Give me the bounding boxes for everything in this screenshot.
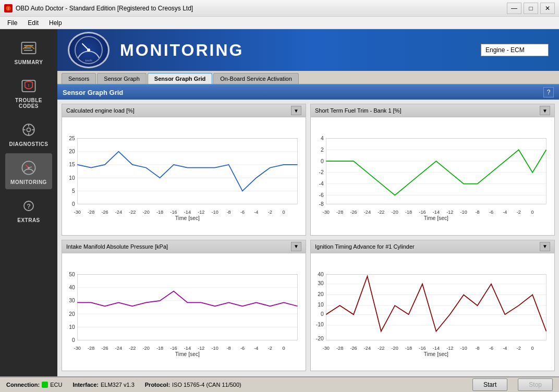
- svg-text:-6: -6: [489, 346, 493, 351]
- minimize-button[interactable]: —: [507, 3, 521, 14]
- sidebar-label-extras: EXTRAS: [17, 217, 40, 223]
- connection-value: ECU: [50, 382, 62, 388]
- svg-text:20: 20: [69, 311, 75, 316]
- svg-text:25: 25: [69, 136, 75, 141]
- svg-text:-2: -2: [517, 210, 521, 215]
- chart-1-dropdown-btn[interactable]: ▼: [291, 106, 301, 115]
- chart-1-body: 25 20 15 10 5 0: [62, 117, 306, 235]
- svg-text:-20: -20: [143, 210, 150, 215]
- main-layout: SUMMARY ! TROUBLE CODES: [0, 29, 559, 376]
- svg-point-9: [27, 128, 30, 131]
- svg-text:-4: -4: [254, 210, 258, 215]
- close-button[interactable]: ✕: [540, 3, 555, 14]
- svg-text:10: 10: [69, 175, 75, 181]
- svg-text:Time [sec]: Time [sec]: [175, 351, 200, 357]
- svg-text:-6: -6: [319, 192, 323, 198]
- svg-text:-18: -18: [156, 210, 163, 215]
- window-title: OBD Auto Doctor - Standard Edition [Regi…: [16, 5, 193, 12]
- menu-file[interactable]: File: [2, 18, 22, 28]
- menu-bar: File Edit Help: [0, 17, 559, 29]
- svg-text:-18: -18: [405, 346, 412, 351]
- sidebar-item-monitoring[interactable]: MONITORING: [5, 153, 52, 189]
- tab-sensor-graph[interactable]: Sensor Graph: [97, 73, 146, 84]
- svg-text:50: 50: [69, 271, 75, 277]
- svg-text:-30: -30: [323, 210, 330, 215]
- svg-text:-26: -26: [350, 210, 357, 215]
- svg-text:-4: -4: [503, 210, 507, 215]
- chart-4-dropdown-btn[interactable]: ▼: [540, 242, 550, 251]
- monitoring-icon: [18, 157, 39, 178]
- engine-select[interactable]: Engine - ECM: [481, 44, 549, 56]
- chart-2-dropdown-btn[interactable]: ▼: [540, 106, 550, 115]
- sidebar-item-extras[interactable]: ? EXTRAS: [5, 191, 52, 227]
- svg-text:-8: -8: [475, 346, 479, 351]
- sidebar-item-diagnostics[interactable]: DIAGNOSTICS: [5, 115, 52, 151]
- svg-text:-16: -16: [170, 346, 177, 351]
- svg-text:0: 0: [72, 337, 75, 343]
- tab-sensors[interactable]: Sensors: [62, 73, 96, 84]
- svg-text:!: !: [28, 83, 30, 88]
- tabs-bar: Sensors Sensor Graph Sensor Graph Grid O…: [57, 71, 559, 85]
- svg-text:30: 30: [318, 280, 324, 286]
- panel-header: Sensor Graph Grid ?: [57, 85, 559, 100]
- svg-text:30: 30: [69, 298, 75, 303]
- chart-2-body: 4 2 0 -2 -4 -6 -8: [311, 117, 554, 235]
- engine-dropdown-container: Engine - ECM: [481, 44, 549, 56]
- svg-text:-4: -4: [503, 346, 507, 351]
- svg-text:-22: -22: [378, 346, 384, 351]
- menu-help[interactable]: Help: [44, 18, 67, 28]
- sidebar-item-summary[interactable]: SUMMARY: [5, 33, 52, 69]
- svg-text:-8: -8: [475, 210, 479, 215]
- chart-4-sensor-label: Ignition Timing Advance for #1 Cylinder: [315, 243, 415, 250]
- svg-text:-8: -8: [226, 210, 230, 215]
- svg-text:-28: -28: [336, 346, 343, 351]
- chart-1-container: Calculated engine load [%] ▼ 25 20 15 10…: [62, 104, 306, 236]
- svg-text:0: 0: [531, 346, 534, 351]
- chart-2-header: Short Term Fuel Trim - Bank 1 [%] ▼: [311, 104, 554, 117]
- help-button[interactable]: ?: [543, 87, 554, 97]
- svg-text:-26: -26: [101, 210, 108, 215]
- content-area: km/h MONITORING Engine - ECM Sensors Sen…: [57, 29, 559, 376]
- svg-text:-16: -16: [419, 346, 426, 351]
- chart-3-sensor-label: Intake Manifold Absolute Pressure [kPa]: [66, 243, 168, 250]
- svg-text:-12: -12: [198, 346, 204, 351]
- svg-text:-6: -6: [489, 210, 493, 215]
- stop-button[interactable]: Stop: [518, 378, 553, 391]
- maximize-button[interactable]: □: [524, 3, 538, 14]
- svg-text:-26: -26: [101, 346, 108, 351]
- interface-status: Interface: ELM327 v1.3: [72, 382, 134, 388]
- svg-text:-22: -22: [129, 210, 136, 215]
- svg-text:2: 2: [321, 147, 324, 153]
- svg-text:?: ?: [27, 203, 31, 210]
- svg-text:-18: -18: [156, 346, 163, 351]
- chart-4-body: 40 30 20 10 0 -10 -20: [311, 253, 554, 371]
- title-bar-controls: — □ ✕: [507, 3, 555, 14]
- svg-text:-14: -14: [184, 210, 191, 215]
- svg-text:-10: -10: [316, 322, 324, 327]
- chart-3-dropdown-btn[interactable]: ▼: [291, 242, 301, 251]
- svg-text:-12: -12: [446, 210, 453, 215]
- chart-1-sensor-label: Calculated engine load [%]: [66, 107, 135, 114]
- protocol-value: ISO 15765-4 (CAN 11/500): [172, 382, 241, 388]
- tab-sensor-graph-grid[interactable]: Sensor Graph Grid: [148, 73, 212, 84]
- svg-text:-10: -10: [460, 346, 467, 351]
- svg-point-17: [28, 167, 30, 169]
- header-gauge: km/h: [68, 32, 110, 68]
- chart-2-sensor-label: Short Term Fuel Trim - Bank 1 [%]: [315, 107, 401, 114]
- svg-text:Time [sec]: Time [sec]: [175, 215, 200, 221]
- chart-2-svg: 4 2 0 -2 -4 -6 -8: [313, 119, 552, 233]
- svg-text:4: 4: [321, 136, 324, 141]
- sidebar-item-trouble-codes[interactable]: ! TROUBLE CODES: [5, 71, 52, 113]
- svg-text:15: 15: [69, 162, 75, 167]
- tab-on-board-service[interactable]: On-Board Service Activation: [213, 73, 299, 84]
- svg-text:-28: -28: [88, 210, 94, 215]
- connection-label: Connection:: [6, 382, 40, 388]
- svg-text:!: !: [8, 7, 9, 10]
- summary-icon: [18, 38, 39, 58]
- menu-edit[interactable]: Edit: [22, 18, 44, 28]
- svg-rect-68: [326, 138, 546, 204]
- start-button[interactable]: Start: [472, 378, 507, 391]
- svg-text:-28: -28: [88, 346, 94, 351]
- svg-text:-10: -10: [212, 210, 218, 215]
- panel-title: Sensor Graph Grid: [63, 89, 123, 96]
